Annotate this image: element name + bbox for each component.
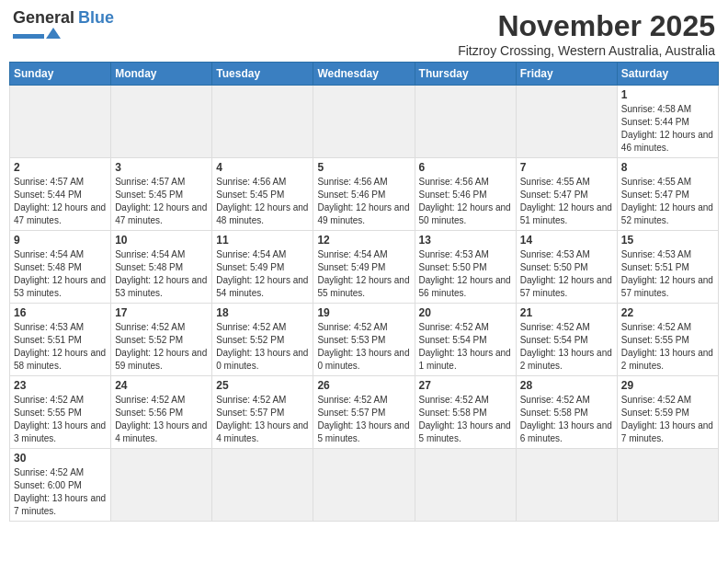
day-number: 18 [216, 306, 309, 319]
day-number: 10 [115, 234, 208, 247]
day-info: Sunrise: 4:52 AM Sunset: 6:00 PM Dayligh… [14, 466, 107, 518]
day-cell: 22Sunrise: 4:52 AM Sunset: 5:55 PM Dayli… [617, 304, 718, 376]
day-info: Sunrise: 4:52 AM Sunset: 5:57 PM Dayligh… [216, 394, 309, 445]
week-row-4: 16Sunrise: 4:53 AM Sunset: 5:51 PM Dayli… [10, 304, 719, 376]
day-number: 16 [14, 306, 107, 319]
day-info: Sunrise: 4:56 AM Sunset: 5:45 PM Dayligh… [216, 176, 309, 227]
day-number: 24 [115, 379, 208, 392]
day-cell [313, 86, 415, 158]
day-cell: 14Sunrise: 4:53 AM Sunset: 5:50 PM Dayli… [516, 231, 617, 304]
day-info: Sunrise: 4:54 AM Sunset: 5:48 PM Dayligh… [115, 248, 208, 300]
day-cell [10, 86, 111, 158]
day-number: 25 [216, 379, 309, 392]
day-info: Sunrise: 4:56 AM Sunset: 5:46 PM Dayligh… [419, 176, 512, 227]
title-block: November 2025 Fitzroy Crossing, Western … [458, 9, 715, 58]
page-header: General Blue November 2025 Fitzroy Cross… [9, 9, 719, 58]
day-cell [111, 86, 212, 158]
day-info: Sunrise: 4:53 AM Sunset: 5:51 PM Dayligh… [14, 321, 107, 373]
header-friday: Friday [516, 63, 617, 86]
day-cell: 30Sunrise: 4:52 AM Sunset: 6:00 PM Dayli… [10, 449, 111, 522]
day-cell: 20Sunrise: 4:52 AM Sunset: 5:54 PM Dayli… [415, 304, 516, 376]
day-cell: 1Sunrise: 4:58 AM Sunset: 5:44 PM Daylig… [617, 86, 718, 158]
day-info: Sunrise: 4:54 AM Sunset: 5:49 PM Dayligh… [317, 248, 410, 300]
day-cell: 21Sunrise: 4:52 AM Sunset: 5:54 PM Dayli… [516, 304, 617, 376]
day-cell [516, 86, 617, 158]
day-number: 14 [520, 234, 613, 247]
day-number: 30 [14, 452, 107, 465]
day-info: Sunrise: 4:53 AM Sunset: 5:51 PM Dayligh… [621, 248, 714, 300]
logo: General Blue [13, 9, 114, 39]
day-number: 19 [317, 306, 410, 319]
day-cell: 29Sunrise: 4:52 AM Sunset: 5:59 PM Dayli… [617, 376, 718, 449]
day-number: 21 [520, 306, 613, 319]
day-number: 27 [419, 379, 512, 392]
day-info: Sunrise: 4:52 AM Sunset: 5:52 PM Dayligh… [216, 321, 309, 373]
day-number: 26 [317, 379, 410, 392]
day-cell: 8Sunrise: 4:55 AM Sunset: 5:47 PM Daylig… [617, 158, 718, 231]
day-number: 4 [216, 161, 309, 174]
day-cell: 7Sunrise: 4:55 AM Sunset: 5:47 PM Daylig… [516, 158, 617, 231]
day-number: 9 [14, 234, 107, 247]
day-cell [415, 86, 516, 158]
day-cell: 3Sunrise: 4:57 AM Sunset: 5:45 PM Daylig… [111, 158, 212, 231]
day-number: 6 [419, 161, 512, 174]
day-info: Sunrise: 4:52 AM Sunset: 5:58 PM Dayligh… [419, 394, 512, 445]
day-number: 7 [520, 161, 613, 174]
day-cell: 12Sunrise: 4:54 AM Sunset: 5:49 PM Dayli… [313, 231, 415, 304]
day-number: 28 [520, 379, 613, 392]
week-row-1: 1Sunrise: 4:58 AM Sunset: 5:44 PM Daylig… [10, 86, 719, 158]
day-number: 1 [621, 88, 714, 101]
subtitle: Fitzroy Crossing, Western Australia, Aus… [458, 43, 715, 58]
day-info: Sunrise: 4:52 AM Sunset: 5:58 PM Dayligh… [520, 394, 613, 445]
day-number: 20 [419, 306, 512, 319]
day-cell [212, 86, 313, 158]
day-info: Sunrise: 4:52 AM Sunset: 5:53 PM Dayligh… [317, 321, 410, 373]
day-cell: 4Sunrise: 4:56 AM Sunset: 5:45 PM Daylig… [212, 158, 313, 231]
header-thursday: Thursday [415, 63, 516, 86]
day-number: 5 [317, 161, 410, 174]
day-cell: 9Sunrise: 4:54 AM Sunset: 5:48 PM Daylig… [10, 231, 111, 304]
day-info: Sunrise: 4:54 AM Sunset: 5:48 PM Dayligh… [14, 248, 107, 300]
day-cell: 18Sunrise: 4:52 AM Sunset: 5:52 PM Dayli… [212, 304, 313, 376]
day-cell: 23Sunrise: 4:52 AM Sunset: 5:55 PM Dayli… [10, 376, 111, 449]
day-cell: 11Sunrise: 4:54 AM Sunset: 5:49 PM Dayli… [212, 231, 313, 304]
header-wednesday: Wednesday [313, 63, 415, 86]
day-number: 13 [419, 234, 512, 247]
day-number: 11 [216, 234, 309, 247]
day-cell [415, 449, 516, 522]
day-number: 22 [621, 306, 714, 319]
day-info: Sunrise: 4:52 AM Sunset: 5:57 PM Dayligh… [317, 394, 410, 445]
day-info: Sunrise: 4:56 AM Sunset: 5:46 PM Dayligh… [317, 176, 410, 227]
day-number: 3 [115, 161, 208, 174]
day-cell [516, 449, 617, 522]
header-tuesday: Tuesday [212, 63, 313, 86]
day-cell: 17Sunrise: 4:52 AM Sunset: 5:52 PM Dayli… [111, 304, 212, 376]
day-info: Sunrise: 4:54 AM Sunset: 5:49 PM Dayligh… [216, 248, 309, 300]
header-sunday: Sunday [10, 63, 111, 86]
day-cell: 13Sunrise: 4:53 AM Sunset: 5:50 PM Dayli… [415, 231, 516, 304]
day-info: Sunrise: 4:52 AM Sunset: 5:54 PM Dayligh… [419, 321, 512, 373]
day-number: 17 [115, 306, 208, 319]
day-cell: 25Sunrise: 4:52 AM Sunset: 5:57 PM Dayli… [212, 376, 313, 449]
day-cell: 24Sunrise: 4:52 AM Sunset: 5:56 PM Dayli… [111, 376, 212, 449]
day-info: Sunrise: 4:58 AM Sunset: 5:44 PM Dayligh… [621, 103, 714, 155]
day-info: Sunrise: 4:52 AM Sunset: 5:56 PM Dayligh… [115, 394, 208, 445]
header-saturday: Saturday [617, 63, 718, 86]
logo-triangle [46, 28, 61, 39]
day-info: Sunrise: 4:53 AM Sunset: 5:50 PM Dayligh… [419, 248, 512, 300]
day-cell: 15Sunrise: 4:53 AM Sunset: 5:51 PM Dayli… [617, 231, 718, 304]
day-cell: 16Sunrise: 4:53 AM Sunset: 5:51 PM Dayli… [10, 304, 111, 376]
week-row-3: 9Sunrise: 4:54 AM Sunset: 5:48 PM Daylig… [10, 231, 719, 304]
day-cell [313, 449, 415, 522]
week-row-2: 2Sunrise: 4:57 AM Sunset: 5:44 PM Daylig… [10, 158, 719, 231]
day-info: Sunrise: 4:52 AM Sunset: 5:54 PM Dayligh… [520, 321, 613, 373]
day-info: Sunrise: 4:52 AM Sunset: 5:59 PM Dayligh… [621, 394, 714, 445]
day-info: Sunrise: 4:57 AM Sunset: 5:44 PM Dayligh… [14, 176, 107, 227]
header-monday: Monday [111, 63, 212, 86]
day-number: 12 [317, 234, 410, 247]
day-info: Sunrise: 4:52 AM Sunset: 5:55 PM Dayligh… [621, 321, 714, 373]
day-number: 15 [621, 234, 714, 247]
day-number: 2 [14, 161, 107, 174]
day-cell [212, 449, 313, 522]
day-cell: 19Sunrise: 4:52 AM Sunset: 5:53 PM Dayli… [313, 304, 415, 376]
